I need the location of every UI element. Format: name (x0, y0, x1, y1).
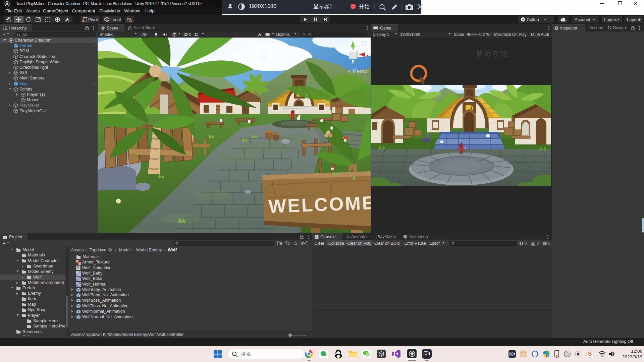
svg-text:x: x (366, 53, 369, 58)
svg-text:< Persp: < Persp (348, 68, 368, 74)
svg-text:WELCOME: WELCOME (268, 192, 371, 217)
